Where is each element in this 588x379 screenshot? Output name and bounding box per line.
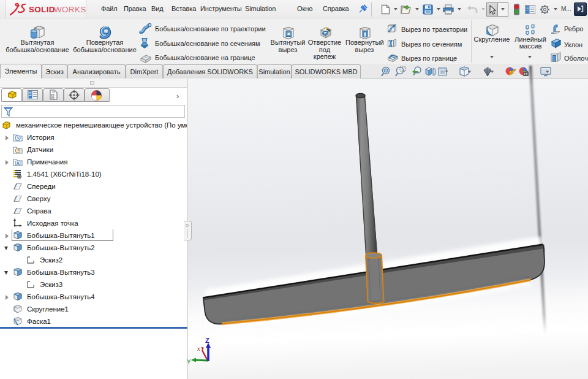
svg-text:WORKS: WORKS bbox=[54, 5, 86, 14]
svg-text:Z: Z bbox=[205, 337, 209, 344]
svg-text:Y: Y bbox=[187, 359, 191, 366]
svg-text:x: x bbox=[197, 346, 200, 352]
svg-text:SOLID: SOLID bbox=[29, 5, 55, 14]
